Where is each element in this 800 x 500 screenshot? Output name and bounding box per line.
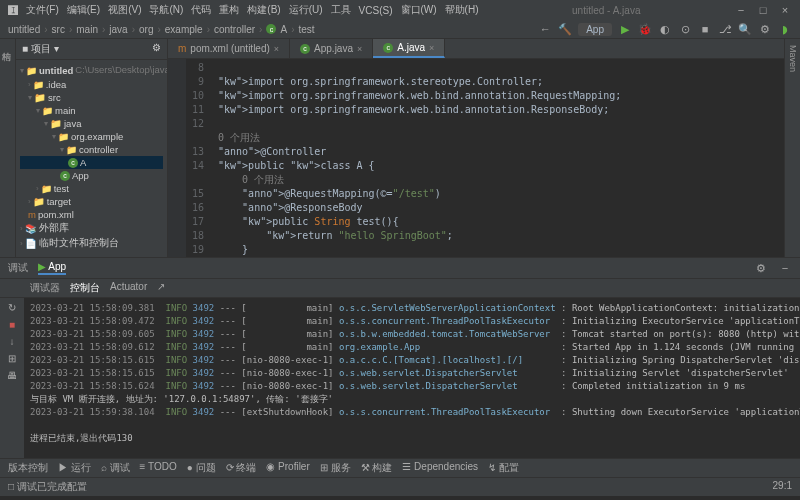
close-icon[interactable]: × (274, 44, 279, 54)
editor-tab-pom[interactable]: mpom.xml (untitled)× (168, 39, 290, 58)
tool-window-bar: 版本控制 ▶ 运行 ⌕ 调试 ≡ TODO ● 问题 ⟳ 终端 ◉ Profil… (0, 458, 800, 477)
line-gutter: 8 9 10 11 12 13 14 15 16 17 18 19 20 21 (186, 59, 210, 257)
hide-icon[interactable]: − (778, 261, 792, 275)
menu-navigate[interactable]: 导航(N) (149, 3, 183, 17)
tool-terminal[interactable]: ⟳ 终端 (226, 461, 257, 475)
crumb[interactable]: controller (214, 24, 255, 35)
profiler-icon[interactable]: ⊙ (678, 22, 692, 36)
rerun-icon[interactable]: ↻ (8, 302, 16, 313)
crumb-method[interactable]: test (298, 24, 314, 35)
crumb[interactable]: example (165, 24, 203, 35)
settings-icon[interactable]: ⚙ (758, 22, 772, 36)
class-icon: c (266, 24, 276, 34)
tool-config[interactable]: ↯ 配置 (488, 461, 519, 475)
debug-panel: 调试 ▶ App ⚙ − 调试器 控制台 Actuator ↗ ↻ ■ ↓ ⊞ … (0, 257, 800, 477)
editor-area: mpom.xml (untitled)× cApp.java× cA.java×… (168, 39, 784, 257)
code-with-me-icon[interactable]: ◗ (778, 22, 792, 36)
minimize-icon[interactable]: − (734, 3, 748, 17)
menu-code[interactable]: 代码 (191, 3, 211, 17)
run-config-dropdown[interactable]: App (578, 23, 612, 36)
project-tree[interactable]: ▾📁untitled C:\Users\Desktop\java学习\untit… (16, 60, 167, 254)
coverage-icon[interactable]: ◐ (658, 22, 672, 36)
crumb[interactable]: org (139, 24, 153, 35)
search-icon[interactable]: 🔍 (738, 22, 752, 36)
status-bar: □ 调试已完成配置 29:1 (0, 477, 800, 496)
tool-deps[interactable]: ☰ Dependencies (402, 461, 478, 475)
stop-icon[interactable]: ■ (698, 22, 712, 36)
menu-vcs[interactable]: VCS(S) (359, 5, 393, 16)
step-down-icon[interactable]: ↓ (10, 336, 15, 347)
tool-profiler[interactable]: ◉ Profiler (266, 461, 309, 475)
code-content[interactable]: "kw">import org.springframework.stereoty… (210, 59, 784, 257)
right-toolwindow-stripe[interactable]: Maven (784, 39, 800, 257)
close-icon[interactable]: × (429, 43, 434, 53)
editor-tab-a[interactable]: cA.java× (373, 39, 445, 58)
run-toolbar: ← 🔨 App ▶ 🐞 ◐ ⊙ ■ ⎇ 🔍 ⚙ ◗ (538, 22, 792, 36)
project-panel-gear-icon[interactable]: ⚙ (152, 42, 161, 56)
menu-window[interactable]: 窗口(W) (401, 3, 437, 17)
stop-icon[interactable]: ■ (9, 319, 15, 330)
tab-debug[interactable]: 调试 (8, 261, 28, 275)
breadcrumb: untitled› src› main› java› org› example›… (8, 24, 315, 35)
gear-icon[interactable]: ⚙ (754, 261, 768, 275)
left-toolwindow-stripe[interactable]: 结构 (0, 39, 16, 257)
run-icon[interactable]: ▶ (618, 22, 632, 36)
sub-console[interactable]: 控制台 (70, 281, 100, 295)
project-panel-title: ■ 项目 ▾ (22, 42, 59, 56)
maximize-icon[interactable]: □ (756, 3, 770, 17)
app-icon: 🅸 (8, 5, 18, 16)
editor-tabs: mpom.xml (untitled)× cApp.java× cA.java× (168, 39, 784, 59)
print-icon[interactable]: 🖶 (7, 370, 17, 381)
status-position[interactable]: 29:1 (773, 480, 792, 494)
debug-gutter: ↻ ■ ↓ ⊞ 🖶 (0, 298, 24, 458)
breadcrumb-bar: untitled› src› main› java› org› example›… (0, 20, 800, 39)
crumb[interactable]: untitled (8, 24, 40, 35)
window-title: untitled - A.java (572, 5, 640, 16)
crumb-file[interactable]: A (280, 24, 287, 35)
status-message: □ 调试已完成配置 (8, 480, 87, 494)
hammer-icon[interactable]: 🔨 (558, 22, 572, 36)
crumb[interactable]: main (76, 24, 98, 35)
menu-edit[interactable]: 编辑(E) (67, 3, 100, 17)
menu-tools[interactable]: 工具 (331, 3, 351, 17)
close-icon[interactable]: × (778, 3, 792, 17)
layout-icon[interactable]: ⊞ (8, 353, 16, 364)
menu-file[interactable]: 文件(F) (26, 3, 59, 17)
editor-tab-app[interactable]: cApp.java× (290, 39, 373, 58)
sub-debugger[interactable]: 调试器 (30, 281, 60, 295)
close-icon[interactable]: × (357, 44, 362, 54)
tool-todo[interactable]: ≡ TODO (140, 461, 177, 475)
back-icon[interactable]: ← (538, 22, 552, 36)
tool-debug[interactable]: ⌕ 调试 (101, 461, 130, 475)
gutter-icons[interactable] (168, 59, 186, 257)
tree-node-selected: c A (20, 156, 163, 169)
menu-refactor[interactable]: 重构 (219, 3, 239, 17)
tool-problems[interactable]: ● 问题 (187, 461, 216, 475)
tool-build[interactable]: ⚒ 构建 (361, 461, 393, 475)
tool-run[interactable]: ▶ 运行 (58, 461, 91, 475)
tool-services[interactable]: ⊞ 服务 (320, 461, 351, 475)
menu-view[interactable]: 视图(V) (108, 3, 141, 17)
main-menubar: 🅸 文件(F) 编辑(E) 视图(V) 导航(N) 代码 重构 构建(B) 运行… (0, 0, 800, 20)
editor-body[interactable]: 8 9 10 11 12 13 14 15 16 17 18 19 20 21 … (168, 59, 784, 257)
menu-help[interactable]: 帮助(H) (445, 3, 479, 17)
menu-build[interactable]: 构建(B) (247, 3, 280, 17)
console-output[interactable]: 2023-03-21 15:58:09.381 INFO 3492 --- [ … (24, 298, 800, 458)
tab-app[interactable]: ▶ App (38, 261, 66, 275)
crumb[interactable]: java (109, 24, 127, 35)
menu-run[interactable]: 运行(U) (289, 3, 323, 17)
crumb[interactable]: src (52, 24, 65, 35)
git-icon[interactable]: ⎇ (718, 22, 732, 36)
debug-icon[interactable]: 🐞 (638, 22, 652, 36)
tool-vcs[interactable]: 版本控制 (8, 461, 48, 475)
sub-actuator[interactable]: Actuator (110, 281, 147, 295)
project-panel: ■ 项目 ▾ ⚙ ▾📁untitled C:\Users\Desktop\jav… (16, 39, 168, 257)
